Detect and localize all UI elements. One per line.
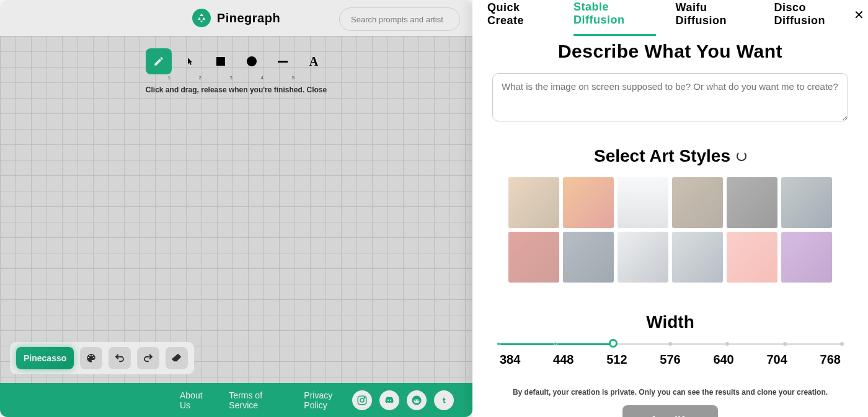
style-grid bbox=[492, 177, 848, 283]
slider-tick[interactable] bbox=[783, 342, 787, 346]
app-footer: About Us Terms of Service Privacy Policy bbox=[0, 383, 472, 417]
palette-button[interactable] bbox=[80, 347, 102, 369]
close-icon[interactable]: ✕ bbox=[854, 7, 864, 22]
style-tile[interactable] bbox=[781, 232, 832, 283]
footer-privacy[interactable]: Privacy Policy bbox=[304, 390, 352, 410]
slider-label: 704 bbox=[766, 353, 787, 367]
brand-logo[interactable]: Pinegraph bbox=[192, 9, 280, 27]
slider-label: 576 bbox=[660, 353, 680, 367]
reddit-icon[interactable] bbox=[407, 390, 427, 410]
style-tile[interactable] bbox=[508, 177, 559, 228]
redo-icon bbox=[143, 353, 154, 364]
tab-quick-create[interactable]: Quick Create bbox=[487, 0, 554, 35]
drawing-toolbar: 1 2 3 4 5 A bbox=[146, 48, 327, 74]
slider-tick[interactable] bbox=[554, 342, 557, 346]
privacy-note: By default, your creation is private. On… bbox=[492, 388, 848, 397]
square-tool[interactable]: 3 bbox=[208, 48, 234, 74]
svg-point-6 bbox=[417, 400, 418, 401]
svg-point-4 bbox=[414, 399, 420, 403]
eraser-button[interactable] bbox=[166, 347, 188, 369]
undo-button[interactable] bbox=[108, 347, 131, 369]
svg-point-5 bbox=[415, 400, 416, 401]
cursor-tool[interactable]: 2 bbox=[177, 48, 203, 74]
style-tile[interactable] bbox=[563, 232, 614, 283]
footer-terms[interactable]: Terms of Service bbox=[229, 390, 286, 410]
generation-panel: Quick Create Stable Diffusion Waifu Diff… bbox=[472, 0, 868, 417]
svg-point-2 bbox=[364, 397, 365, 398]
undo-icon bbox=[114, 353, 125, 364]
slider-label: 640 bbox=[713, 353, 733, 367]
style-tile[interactable] bbox=[727, 177, 777, 228]
style-tile[interactable] bbox=[508, 232, 559, 283]
slider-handle[interactable] bbox=[609, 339, 618, 348]
style-tile[interactable] bbox=[618, 232, 668, 283]
slider-tick[interactable] bbox=[668, 342, 672, 346]
logo-icon bbox=[192, 9, 211, 27]
style-tile[interactable] bbox=[781, 177, 832, 228]
style-tile[interactable] bbox=[672, 177, 723, 228]
tab-stable-diffusion[interactable]: Stable Diffusion bbox=[574, 0, 656, 36]
width-slider[interactable]: 384448512576640704768 bbox=[492, 343, 848, 367]
slider-tick[interactable] bbox=[840, 342, 844, 346]
line-tool[interactable]: 5 bbox=[270, 48, 296, 74]
text-tool[interactable]: A bbox=[301, 48, 327, 74]
redo-button[interactable] bbox=[137, 347, 159, 369]
pencil-tool[interactable]: 1 bbox=[146, 48, 172, 74]
brand-name: Pinegraph bbox=[217, 11, 280, 25]
canvas-hint: Click and drag, release when you're fini… bbox=[146, 86, 327, 94]
style-tile[interactable] bbox=[727, 232, 777, 283]
palette-icon bbox=[86, 353, 97, 364]
square-icon bbox=[216, 57, 225, 66]
tumblr-icon[interactable] bbox=[434, 390, 454, 410]
width-title: Width bbox=[492, 312, 848, 332]
styles-title: Select Art Styles bbox=[492, 146, 848, 166]
amplify-button[interactable]: Amplify bbox=[622, 405, 718, 417]
style-tile[interactable] bbox=[618, 177, 668, 228]
search-input[interactable]: Search prompts and artist bbox=[339, 7, 460, 31]
slider-tick[interactable] bbox=[497, 342, 500, 346]
style-tile[interactable] bbox=[672, 232, 723, 283]
eraser-icon bbox=[171, 353, 182, 364]
slider-label: 512 bbox=[606, 353, 627, 367]
panel-scroll[interactable]: Describe What You Want Select Art Styles… bbox=[472, 29, 868, 417]
main-canvas-area: Pinegraph Search prompts and artist 1 2 … bbox=[0, 0, 472, 417]
pinecasso-button[interactable]: Pinecasso bbox=[16, 347, 74, 369]
slider-label: 448 bbox=[553, 353, 574, 367]
footer-about[interactable]: About Us bbox=[180, 390, 211, 410]
describe-title: Describe What You Want bbox=[492, 41, 848, 62]
slider-label: 768 bbox=[820, 353, 841, 367]
discord-icon[interactable] bbox=[379, 390, 399, 410]
tab-disco-diffusion[interactable]: Disco Diffusion bbox=[774, 0, 853, 35]
circle-tool[interactable]: 4 bbox=[239, 48, 265, 74]
app-header: Pinegraph Search prompts and artist bbox=[0, 0, 472, 36]
line-icon bbox=[278, 61, 288, 63]
slider-label: 384 bbox=[500, 353, 520, 367]
social-icons bbox=[352, 390, 454, 410]
footer-links: About Us Terms of Service Privacy Policy bbox=[180, 390, 352, 410]
slider-tick[interactable] bbox=[725, 342, 729, 346]
style-tile[interactable] bbox=[563, 177, 614, 228]
bottom-toolbar: Pinecasso bbox=[10, 342, 194, 374]
tab-waifu-diffusion[interactable]: Waifu Diffusion bbox=[676, 0, 755, 35]
model-tabs: Quick Create Stable Diffusion Waifu Diff… bbox=[472, 0, 868, 29]
refresh-icon[interactable] bbox=[737, 151, 746, 161]
prompt-input[interactable] bbox=[492, 73, 848, 121]
svg-point-1 bbox=[360, 398, 364, 402]
text-icon: A bbox=[309, 55, 318, 69]
canvas[interactable]: 1 2 3 4 5 A Click and drag, release wh bbox=[0, 36, 472, 383]
circle-icon bbox=[247, 56, 257, 66]
instagram-icon[interactable] bbox=[352, 390, 372, 410]
